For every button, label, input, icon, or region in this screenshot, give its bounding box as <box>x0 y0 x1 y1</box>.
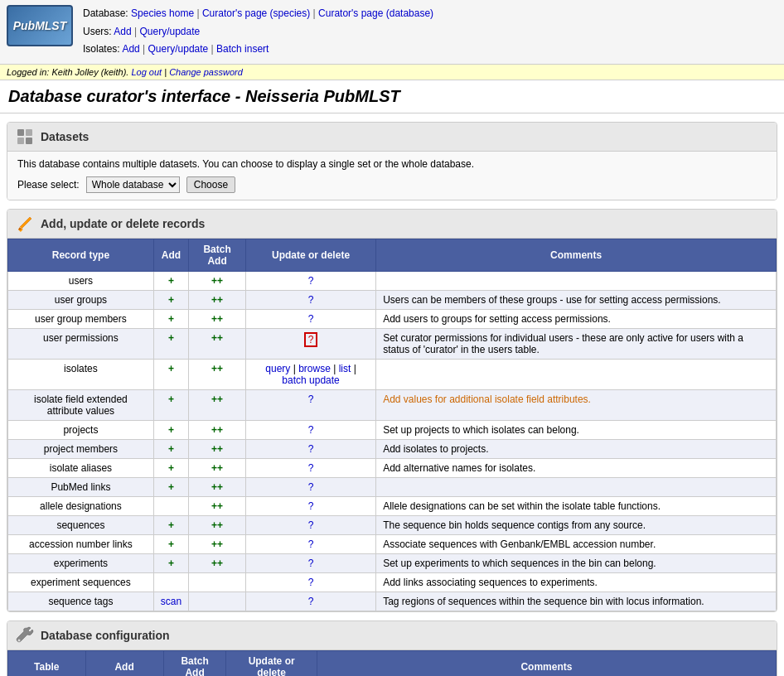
batch-link[interactable]: ++ <box>211 275 223 287</box>
comment-cell: Add isolates to projects. <box>376 439 777 458</box>
add-update-section: Add, update or delete records Record typ… <box>7 209 777 612</box>
update-link[interactable]: ? <box>308 481 314 493</box>
update-link[interactable]: ? <box>308 538 314 550</box>
update-link[interactable]: ? <box>308 443 314 455</box>
isolates-batch-link[interactable]: Batch insert <box>216 43 269 55</box>
update-cell: ? <box>245 553 375 572</box>
datasets-section: Datasets This database contains multiple… <box>7 122 777 200</box>
logout-link[interactable]: Log out <box>131 67 162 77</box>
record-name: experiments <box>8 553 154 572</box>
batch-link[interactable]: ++ <box>211 424 223 436</box>
update-link[interactable]: ? <box>308 596 314 607</box>
record-name: user groups <box>8 290 154 309</box>
please-select-label: Please select: <box>17 179 80 191</box>
batch-link[interactable]: ++ <box>211 500 223 512</box>
batch-link[interactable]: ++ <box>211 462 223 474</box>
add-link[interactable]: + <box>168 424 174 436</box>
table-row: isolates+++query | browse | list | batch… <box>8 359 777 389</box>
batch-cell: ++ <box>189 515 246 534</box>
comment-cell <box>376 359 777 389</box>
add-link[interactable]: + <box>168 538 174 550</box>
batch-link[interactable]: ++ <box>211 519 223 531</box>
batch-link[interactable]: ++ <box>211 558 223 569</box>
add-link[interactable]: + <box>168 462 174 474</box>
update-link-batch-update[interactable]: batch update <box>282 374 339 386</box>
update-link-query[interactable]: query <box>265 363 290 374</box>
db-config-section: Database configuration Table Add Batch A… <box>7 620 777 676</box>
logo-text: PubMLST <box>13 19 67 32</box>
update-link[interactable]: ? <box>308 275 314 287</box>
batch-link[interactable]: ++ <box>211 363 223 374</box>
change-password-link[interactable]: Change password <box>169 67 243 77</box>
batch-link[interactable]: ++ <box>211 332 223 344</box>
users-label: Users: <box>83 26 112 37</box>
add-link[interactable]: + <box>168 394 174 405</box>
isolates-query-link[interactable]: Query/update <box>148 43 209 55</box>
curator-database-link[interactable]: Curator's page (database) <box>318 7 433 19</box>
update-link-browse[interactable]: browse <box>298 363 331 374</box>
comment-cell: Add values for additional isolate field … <box>376 389 777 420</box>
update-link-list[interactable]: list <box>339 363 351 374</box>
batch-cell: ++ <box>189 271 246 290</box>
update-link[interactable]: ? <box>308 424 314 436</box>
comment-cell: Allele designations can be set within th… <box>376 496 777 515</box>
dataset-select[interactable]: Whole database <box>86 176 180 193</box>
update-link[interactable]: ? <box>308 558 314 569</box>
batch-cell: ++ <box>189 553 246 572</box>
update-link[interactable]: ? <box>308 500 314 512</box>
record-name: user group members <box>8 309 154 328</box>
col-table: Table <box>8 650 86 676</box>
update-cell: ? <box>245 420 375 439</box>
scan-link[interactable]: scan <box>161 596 181 607</box>
add-link[interactable]: + <box>168 294 174 306</box>
batch-link[interactable]: ++ <box>211 313 223 325</box>
comment-cell: Add users to groups for setting access p… <box>376 309 777 328</box>
add-link[interactable]: + <box>168 275 174 287</box>
add-link[interactable]: + <box>168 443 174 455</box>
col-batch-add: Batch Add <box>189 239 246 271</box>
curator-species-link[interactable]: Curator's page (species) <box>202 7 310 19</box>
batch-link[interactable]: ++ <box>211 443 223 455</box>
login-bar: Logged in: Keith Jolley (keith). Log out… <box>0 65 784 80</box>
isolates-add-link[interactable]: Add <box>122 43 139 55</box>
add-cell: + <box>153 271 188 290</box>
comment-cell: Set up projects to which isolates can be… <box>376 420 777 439</box>
species-home-link[interactable]: Species home <box>131 7 194 19</box>
update-link[interactable]: ? <box>308 519 314 531</box>
update-link[interactable]: ? <box>304 332 318 347</box>
batch-link[interactable]: ++ <box>211 294 223 306</box>
add-link[interactable]: + <box>168 363 174 374</box>
database-row: Database: Species home | Curator's page … <box>83 5 433 23</box>
comment-cell: Tag regions of sequences within the sequ… <box>376 592 777 611</box>
update-cell: ? <box>245 592 375 611</box>
users-add-link[interactable]: Add <box>114 26 131 37</box>
svg-rect-2 <box>17 138 24 144</box>
add-link[interactable]: + <box>168 313 174 325</box>
add-update-header: Add, update or delete records <box>7 210 777 239</box>
comment-cell <box>376 271 777 290</box>
users-query-link[interactable]: Query/update <box>140 26 201 37</box>
add-cell: + <box>153 420 188 439</box>
batch-cell: ++ <box>189 328 246 359</box>
svg-rect-0 <box>17 129 24 136</box>
datasets-header: Datasets <box>7 123 777 152</box>
update-link[interactable]: ? <box>308 313 314 325</box>
update-link[interactable]: ? <box>308 394 314 405</box>
add-link[interactable]: + <box>168 481 174 493</box>
add-link[interactable]: + <box>168 519 174 531</box>
batch-link[interactable]: ++ <box>211 481 223 493</box>
update-cell: ? <box>245 534 375 553</box>
batch-link[interactable]: ++ <box>211 538 223 550</box>
update-cell: ? <box>245 496 375 515</box>
isolates-row: Isolates: Add | Query/update | Batch ins… <box>83 41 433 59</box>
add-link[interactable]: + <box>168 558 174 569</box>
update-link[interactable]: ? <box>308 577 314 588</box>
table-row: allele designations++?Allele designation… <box>8 496 777 515</box>
add-link[interactable]: + <box>168 332 174 344</box>
update-link[interactable]: ? <box>308 462 314 474</box>
batch-cell: ++ <box>189 496 246 515</box>
choose-button[interactable]: Choose <box>186 176 235 193</box>
record-name: PubMed links <box>8 477 154 496</box>
batch-link[interactable]: ++ <box>211 394 223 405</box>
update-link[interactable]: ? <box>308 294 314 306</box>
